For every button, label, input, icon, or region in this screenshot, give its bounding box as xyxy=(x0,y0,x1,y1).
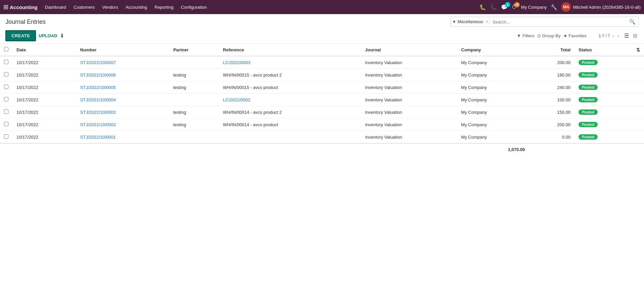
table-row: 10/17/2022 STJ/2022/10/0004 LC/2022/0002… xyxy=(0,94,644,106)
create-button[interactable]: CREATE xyxy=(5,30,36,41)
row-checkbox-6[interactable] xyxy=(4,134,8,139)
bug-icon[interactable]: 🐛 xyxy=(479,4,486,10)
status-badge-6: Posted xyxy=(578,134,598,140)
nav-menu: Dashboard Customers Vendors Accounting R… xyxy=(42,3,478,12)
search-input[interactable] xyxy=(490,18,627,26)
nav-configuration[interactable]: Configuration xyxy=(177,3,210,12)
row-checkbox-3[interactable] xyxy=(4,97,8,101)
cell-adjust-4 xyxy=(632,106,644,118)
favorites-label: Favorites xyxy=(569,33,587,38)
cell-company-5: My Company xyxy=(457,118,529,131)
main-content: Journal Entries ▼ Miscellaneous × 🔍 CREA… xyxy=(0,14,644,287)
cell-reference-0[interactable]: LC/2022/0003 xyxy=(219,56,361,69)
nav-accounting[interactable]: Accounting xyxy=(122,3,151,12)
apps-icon[interactable]: ⊞ xyxy=(3,3,8,11)
cell-company-0: My Company xyxy=(457,56,529,69)
nav-vendors[interactable]: Vendors xyxy=(99,3,122,12)
cell-date-4: 10/17/2022 xyxy=(12,106,76,118)
cell-partner-6 xyxy=(169,131,219,144)
cell-date-6: 10/17/2022 xyxy=(12,131,76,144)
col-adjust[interactable]: ⇅ xyxy=(632,44,644,56)
cell-status-5: Posted xyxy=(574,118,632,131)
row-checkbox-cell-0 xyxy=(0,56,12,69)
cell-number-3[interactable]: STJ/2022/10/0004 xyxy=(76,94,169,106)
download-button[interactable]: ⬇ xyxy=(60,33,64,39)
nav-customers[interactable]: Customers xyxy=(70,3,98,12)
row-checkbox-5[interactable] xyxy=(4,122,8,126)
grand-total-value: 1,070.00 xyxy=(0,143,529,155)
search-button[interactable]: 🔍 xyxy=(627,17,638,27)
nav-reporting[interactable]: Reporting xyxy=(151,3,177,12)
row-checkbox-2[interactable] xyxy=(4,85,8,89)
cell-adjust-0 xyxy=(632,56,644,69)
cell-status-4: Posted xyxy=(574,106,632,118)
col-status: Status xyxy=(574,44,632,56)
cell-company-6: My Company xyxy=(457,131,529,144)
cell-number-6[interactable]: STJ/2022/10/0001 xyxy=(76,131,169,144)
cell-partner-1: testing xyxy=(169,69,219,81)
filter-tag-close[interactable]: × xyxy=(486,19,488,24)
avatar: MA xyxy=(561,2,571,12)
cell-adjust-5 xyxy=(632,118,644,131)
filters-button[interactable]: ▼ Filters xyxy=(517,33,534,38)
user-menu[interactable]: MA Mitchell Admin (20264385-16-0-all) xyxy=(561,2,641,12)
row-checkbox-1[interactable] xyxy=(4,72,8,77)
groupby-button[interactable]: ⊙ Group By xyxy=(537,33,561,38)
cell-partner-3 xyxy=(169,94,219,106)
total-row: 1,070.00 xyxy=(0,143,644,155)
journal-entries-table: Date Number Partner Reference Journal Co… xyxy=(0,44,644,155)
clock-badge: 38 xyxy=(514,2,520,7)
row-checkbox-4[interactable] xyxy=(4,109,8,114)
pagination: 1-7 / 7 ‹ › xyxy=(599,33,620,39)
phone-icon[interactable]: 📞 xyxy=(490,4,497,10)
next-page-button[interactable]: › xyxy=(616,33,620,39)
nav-dashboard[interactable]: Dashboard xyxy=(42,3,70,12)
filter-tag-miscellaneous: Miscellaneous × xyxy=(458,19,488,24)
table-row: 10/17/2022 STJ/2022/10/0003 testing WH/I… xyxy=(0,106,644,118)
cell-total-1: 180.00 xyxy=(529,69,575,81)
cell-reference-5: WH/IN/00014 - avco product xyxy=(219,118,361,131)
row-checkbox-0[interactable] xyxy=(4,60,8,64)
groupby-icon: ⊙ xyxy=(537,33,541,38)
star-icon: ★ xyxy=(563,33,567,38)
cell-company-3: My Company xyxy=(457,94,529,106)
top-navigation: ⊞ Accounting Dashboard Customers Vendors… xyxy=(0,0,644,14)
chat-badge: 5 xyxy=(505,2,510,7)
status-badge-1: Posted xyxy=(578,72,598,78)
cell-partner-5: testing xyxy=(169,118,219,131)
col-reference: Reference xyxy=(219,44,361,56)
cell-number-4[interactable]: STJ/2022/10/0003 xyxy=(76,106,169,118)
cell-reference-4: WH/IN/00014 - avco product 2 xyxy=(219,106,361,118)
cell-journal-6: Inventory Valuation xyxy=(361,131,457,144)
cell-adjust-3 xyxy=(632,94,644,106)
cell-number-1[interactable]: STJ/2022/10/0006 xyxy=(76,69,169,81)
settings-icon[interactable]: 🔧 xyxy=(551,4,557,10)
favorites-button[interactable]: ★ Favorites xyxy=(563,33,587,38)
clock-icon[interactable]: ⏱ 38 xyxy=(512,4,517,10)
status-badge-3: Posted xyxy=(578,97,598,102)
cell-partner-2: testing xyxy=(169,81,219,94)
select-all-checkbox[interactable] xyxy=(4,47,8,51)
cell-company-1: My Company xyxy=(457,69,529,81)
cell-adjust-6 xyxy=(632,131,644,144)
chat-icon[interactable]: 💬 5 xyxy=(501,4,508,10)
table-row: 10/17/2022 STJ/2022/10/0005 testing WH/I… xyxy=(0,81,644,94)
company-name[interactable]: My Company xyxy=(521,5,547,10)
cell-status-0: Posted xyxy=(574,56,632,69)
col-company: Company xyxy=(457,44,529,56)
upload-button[interactable]: UPLOAD xyxy=(39,33,57,38)
cell-date-5: 10/17/2022 xyxy=(12,118,76,131)
pagination-text: 1-7 / 7 xyxy=(599,34,610,38)
cell-number-2[interactable]: STJ/2022/10/0005 xyxy=(76,81,169,94)
cell-date-0: 10/17/2022 xyxy=(12,56,76,69)
cell-status-6: Posted xyxy=(574,131,632,144)
prev-page-button[interactable]: ‹ xyxy=(611,33,615,39)
cell-reference-3[interactable]: LC/2022/0002 xyxy=(219,94,361,106)
cell-journal-2: Inventory Valuation xyxy=(361,81,457,94)
cell-adjust-2 xyxy=(632,81,644,94)
cell-number-5[interactable]: STJ/2022/10/0002 xyxy=(76,118,169,131)
cell-total-4: 150.00 xyxy=(529,106,575,118)
cell-number-0[interactable]: STJ/2022/10/0007 xyxy=(76,56,169,69)
list-view-button[interactable]: ☰ xyxy=(623,32,630,40)
kanban-view-button[interactable]: ⊞ xyxy=(632,32,639,40)
